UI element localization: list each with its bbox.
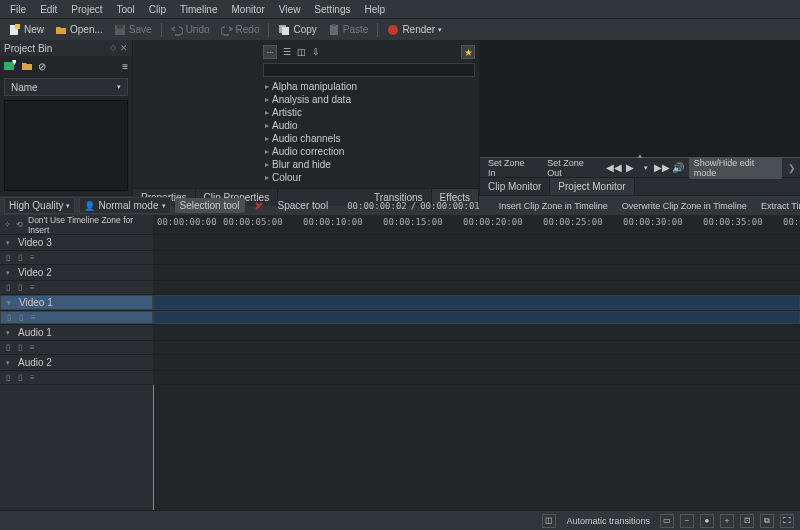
menu-project[interactable]: Project (65, 2, 108, 17)
track-header[interactable]: ▾Video 1 (0, 295, 153, 310)
timeline-zone-msg[interactable]: Don't Use Timeline Zone for Insert (28, 215, 149, 235)
extract-zone-button[interactable]: Extract Timeline Zone (756, 199, 800, 213)
effect-category[interactable]: ▸Audio channels (263, 132, 475, 145)
set-zone-in-button[interactable]: Set Zone In (484, 157, 537, 179)
overwrite-zone-button[interactable]: Overwrite Clip Zone in Timeline (617, 199, 752, 213)
track-header[interactable]: ▾Audio 1 (0, 325, 153, 340)
more-icon[interactable]: ≡ (122, 61, 128, 72)
zoom-out-icon[interactable]: − (680, 514, 694, 528)
lock-icon[interactable]: ▯ (18, 343, 22, 352)
paste-button[interactable]: Paste (323, 22, 374, 38)
favorites-icon[interactable]: ★ (461, 45, 475, 59)
open-button[interactable]: Open... (50, 22, 108, 38)
chevron-down-icon[interactable]: ▾ (6, 239, 10, 247)
new-button[interactable]: New (4, 22, 49, 38)
chevron-down-icon[interactable]: ▾ (7, 299, 11, 307)
mute-icon[interactable]: ▯ (6, 373, 10, 382)
timecode-position[interactable]: 00:00:00:02 (347, 201, 407, 211)
menu-tool[interactable]: Tool (110, 2, 140, 17)
track-lane[interactable] (153, 251, 800, 264)
render-button[interactable]: Render ▾ (382, 22, 447, 38)
play-icon[interactable]: ▶ (625, 163, 635, 173)
track-header[interactable]: ▾Audio 2 (0, 355, 153, 370)
selection-tool-button[interactable]: Selection tool (175, 198, 245, 213)
bin-column-header[interactable]: Name ▾ (4, 78, 128, 96)
effect-category[interactable]: ▸Audio correction (263, 145, 475, 158)
chevron-down-icon[interactable]: ▾ (641, 163, 651, 173)
effect-category[interactable]: ▸Colour (263, 171, 475, 184)
zoom-in-icon[interactable]: ＋ (720, 514, 734, 528)
save-button[interactable]: Save (109, 22, 157, 38)
chevron-down-icon[interactable]: ▾ (6, 329, 10, 337)
effects-info-icon[interactable]: ◫ (297, 47, 306, 57)
undo-button[interactable]: Undo (166, 22, 215, 38)
split-view-icon[interactable]: ◫ (542, 514, 556, 528)
track-menu-icon[interactable]: ≡ (30, 253, 35, 262)
add-clip-icon[interactable]: ▾ (4, 60, 16, 72)
menu-view[interactable]: View (273, 2, 307, 17)
menu-monitor[interactable]: Monitor (226, 2, 271, 17)
delete-icon[interactable]: ⊘ (38, 61, 46, 72)
track-menu-icon[interactable]: ≡ (30, 373, 35, 382)
tab-project-monitor[interactable]: Project Monitor (550, 178, 634, 195)
track-lane[interactable] (153, 341, 800, 354)
mute-icon[interactable]: ▯ (6, 283, 10, 292)
auto-transitions-toggle[interactable]: Automatic transitions (562, 515, 654, 527)
track-menu-icon[interactable]: ≡ (30, 283, 35, 292)
bin-clip-list[interactable] (4, 100, 128, 191)
track-header[interactable]: ▾Video 3 (0, 235, 153, 250)
lock-icon[interactable]: ▯ (18, 283, 22, 292)
redo-button[interactable]: Redo (216, 22, 265, 38)
track-lane[interactable] (153, 295, 800, 310)
fit-zoom-icon[interactable]: ⊡ (740, 514, 754, 528)
track-lane[interactable] (153, 281, 800, 294)
chevron-right-icon[interactable]: ❯ (788, 163, 796, 173)
track-lane[interactable] (153, 355, 800, 370)
monitor-expand-icon[interactable]: ▲ (637, 152, 644, 159)
chevron-down-icon[interactable]: ▾ (6, 359, 10, 367)
close-icon[interactable]: ✕ (120, 43, 128, 53)
edit-mode-select[interactable]: 👤 Normal mode ▾ (79, 197, 170, 214)
snap-icon[interactable]: ⧉ (760, 514, 774, 528)
favorite-icon[interactable]: ✧ (4, 220, 11, 229)
quality-select[interactable]: High Quality ▾ (4, 197, 75, 214)
effect-category[interactable]: ▸Blur and hide (263, 158, 475, 171)
set-zone-out-button[interactable]: Set Zone Out (543, 157, 603, 179)
edit-mode-button[interactable]: Show/Hide edit mode (689, 157, 782, 179)
timeline-empty-area[interactable] (0, 385, 800, 530)
track-lane[interactable] (153, 235, 800, 250)
volume-icon[interactable]: 🔊 (673, 163, 683, 173)
timeline-canvas[interactable] (153, 385, 800, 530)
track-lane[interactable] (153, 371, 800, 384)
menu-clip[interactable]: Clip (143, 2, 172, 17)
mute-icon[interactable]: ▯ (6, 343, 10, 352)
track-header[interactable]: ▾Video 2 (0, 265, 153, 280)
menu-settings[interactable]: Settings (308, 2, 356, 17)
effects-search-input[interactable] (263, 63, 475, 77)
playhead[interactable] (153, 385, 154, 530)
copy-button[interactable]: Copy (273, 22, 321, 38)
effects-main-icon[interactable]: ··· (263, 45, 277, 59)
monitor-viewport[interactable] (480, 40, 800, 157)
track-lane[interactable] (153, 325, 800, 340)
menu-file[interactable]: File (4, 2, 32, 17)
zoom-slider[interactable]: ● (700, 514, 714, 528)
menu-help[interactable]: Help (359, 2, 392, 17)
effect-category[interactable]: ▸Analysis and data (263, 93, 475, 106)
tab-clip-monitor[interactable]: Clip Monitor (480, 178, 550, 195)
razor-tool-button[interactable] (249, 199, 269, 213)
lock-icon[interactable]: ⟲ (16, 220, 23, 229)
effect-category[interactable]: ▸Audio (263, 119, 475, 132)
effects-download-icon[interactable]: ⇩ (312, 47, 320, 57)
lock-icon[interactable]: ▯ (19, 313, 23, 322)
chevron-down-icon[interactable]: ▾ (6, 269, 10, 277)
add-folder-icon[interactable] (21, 60, 33, 72)
track-menu-icon[interactable]: ≡ (31, 313, 36, 322)
menu-edit[interactable]: Edit (34, 2, 63, 17)
undock-icon[interactable]: ◇ (110, 43, 116, 53)
track-lane[interactable] (153, 265, 800, 280)
effect-category[interactable]: ▸Alpha manipulation (263, 80, 475, 93)
rewind-icon[interactable]: ◀◀ (609, 163, 619, 173)
timeline-ruler[interactable]: 00:00:00:00 00:00:05:0000:00:10:0000:00:… (153, 215, 800, 234)
effect-category[interactable]: ▸Artistic (263, 106, 475, 119)
